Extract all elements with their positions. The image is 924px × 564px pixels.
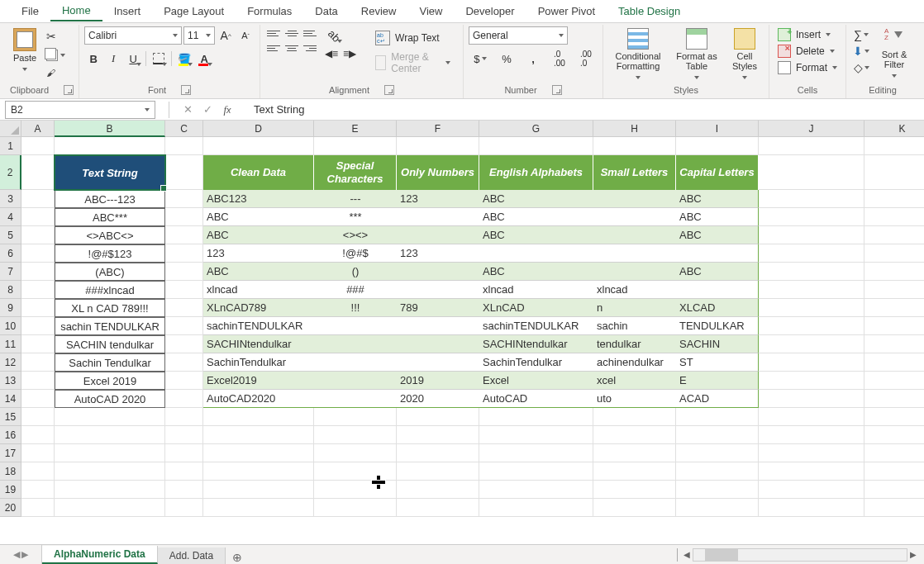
cell-K12[interactable] [864, 353, 924, 372]
cell-H6[interactable] [593, 244, 676, 263]
select-all-button[interactable] [0, 121, 21, 137]
cell-F7[interactable] [397, 263, 479, 281]
cell-A4[interactable] [21, 208, 55, 226]
cell-D9[interactable]: XLnCAD789 [203, 299, 314, 317]
cell-K11[interactable] [864, 335, 924, 353]
cell-I8[interactable] [676, 281, 759, 299]
cell-D17[interactable] [203, 444, 314, 462]
paste-button[interactable]: Paste [10, 26, 40, 74]
cell-H9[interactable]: n [593, 299, 676, 317]
cell-E10[interactable] [314, 317, 397, 335]
col-header-A[interactable]: A [21, 121, 55, 137]
cell-K19[interactable] [864, 481, 924, 499]
cell-B9[interactable]: XL n CAD 789!!! [55, 299, 165, 317]
cell-B8[interactable]: ###xlncad [55, 281, 165, 299]
tab-file[interactable]: File [10, 2, 50, 21]
align-center-button[interactable] [283, 41, 300, 55]
decrease-decimal-button[interactable]: .00.0 [574, 50, 598, 68]
cell-F3[interactable]: 123 [397, 190, 479, 208]
cell-B19[interactable] [55, 481, 165, 499]
cell-K2[interactable] [864, 155, 924, 190]
cell-H3[interactable] [593, 190, 676, 208]
cell-F17[interactable] [397, 444, 479, 462]
alignment-dialog-launcher[interactable] [384, 85, 394, 95]
col-header-D[interactable]: D [203, 121, 314, 137]
cell-I13[interactable]: E [676, 372, 759, 390]
enter-formula-button[interactable]: ✓ [198, 101, 217, 119]
cell-G13[interactable]: Excel [479, 372, 593, 390]
cell-D8[interactable]: xlncad [203, 281, 314, 299]
col-header-B[interactable]: B [55, 121, 165, 137]
cell-B4[interactable]: ABC*** [55, 208, 165, 226]
cells-area[interactable]: Text StringClean DataSpecial CharactersO… [21, 137, 924, 517]
cell-G6[interactable] [479, 244, 593, 263]
percent-format-button[interactable]: % [495, 50, 518, 68]
cell-C8[interactable] [165, 281, 203, 299]
cell-H13[interactable]: xcel [593, 372, 676, 390]
cell-A3[interactable] [21, 190, 55, 208]
sheet-nav-next[interactable]: ▶ [21, 549, 28, 560]
cell-C7[interactable] [165, 263, 203, 281]
cell-F10[interactable] [397, 317, 479, 335]
hscroll-thumb[interactable] [705, 549, 738, 561]
name-box[interactable]: B2 [5, 101, 155, 119]
cell-J20[interactable] [759, 499, 864, 517]
cell-K3[interactable] [864, 190, 924, 208]
cell-K8[interactable] [864, 281, 924, 299]
cell-I14[interactable]: ACAD [676, 390, 759, 408]
cell-B17[interactable] [55, 444, 165, 462]
cell-K18[interactable] [864, 462, 924, 481]
cell-F13[interactable]: 2019 [397, 372, 479, 390]
cell-F8[interactable] [397, 281, 479, 299]
cell-H12[interactable]: achinendulkar [593, 353, 676, 372]
cell-D18[interactable] [203, 462, 314, 481]
cell-E2[interactable]: Special Characters [314, 155, 397, 190]
cell-F20[interactable] [397, 499, 479, 517]
cell-E15[interactable] [314, 408, 397, 426]
tab-power-pivot[interactable]: Power Pivot [526, 2, 607, 21]
cell-E20[interactable] [314, 499, 397, 517]
cell-K14[interactable] [864, 390, 924, 408]
cell-G18[interactable] [479, 462, 593, 481]
increase-indent-button[interactable]: ≡▶ [343, 48, 360, 63]
cell-B13[interactable]: Excel 2019 [55, 372, 165, 390]
col-header-C[interactable]: C [165, 121, 203, 137]
align-right-button[interactable] [302, 41, 318, 55]
new-sheet-button[interactable]: ⊕ [226, 551, 249, 564]
cell-A15[interactable] [21, 408, 55, 426]
row-header-2[interactable]: 2 [0, 155, 21, 190]
col-header-I[interactable]: I [676, 121, 759, 137]
cell-F19[interactable] [397, 481, 479, 499]
cell-D4[interactable]: ABC [203, 208, 314, 226]
cell-B6[interactable]: !@#$123 [55, 244, 165, 263]
cell-H10[interactable]: sachin [593, 317, 676, 335]
cell-A17[interactable] [21, 444, 55, 462]
cell-K13[interactable] [864, 372, 924, 390]
cell-D20[interactable] [203, 499, 314, 517]
cell-B2[interactable]: Text String [55, 155, 165, 190]
cell-A19[interactable] [21, 481, 55, 499]
cell-B10[interactable]: sachin TENDULKAR [55, 317, 165, 335]
cell-C1[interactable] [165, 137, 203, 155]
cell-J17[interactable] [759, 444, 864, 462]
copy-button[interactable] [43, 48, 69, 63]
cell-C12[interactable] [165, 353, 203, 372]
cell-C13[interactable] [165, 372, 203, 390]
cell-J11[interactable] [759, 335, 864, 353]
row-header-6[interactable]: 6 [0, 244, 21, 263]
font-size-select[interactable]: 11 [183, 26, 215, 45]
cell-H16[interactable] [593, 426, 676, 444]
cell-J14[interactable] [759, 390, 864, 408]
tab-home[interactable]: Home [50, 1, 102, 21]
cell-D6[interactable]: 123 [203, 244, 314, 263]
cell-A12[interactable] [21, 353, 55, 372]
row-header-1[interactable]: 1 [0, 137, 21, 155]
cell-A14[interactable] [21, 390, 55, 408]
cell-J7[interactable] [759, 263, 864, 281]
number-format-select[interactable]: General [469, 26, 568, 45]
cell-G7[interactable]: ABC [479, 263, 593, 281]
cell-F9[interactable]: 789 [397, 299, 479, 317]
font-name-select[interactable]: Calibri [84, 26, 182, 45]
cell-E4[interactable]: *** [314, 208, 397, 226]
cell-C6[interactable] [165, 244, 203, 263]
